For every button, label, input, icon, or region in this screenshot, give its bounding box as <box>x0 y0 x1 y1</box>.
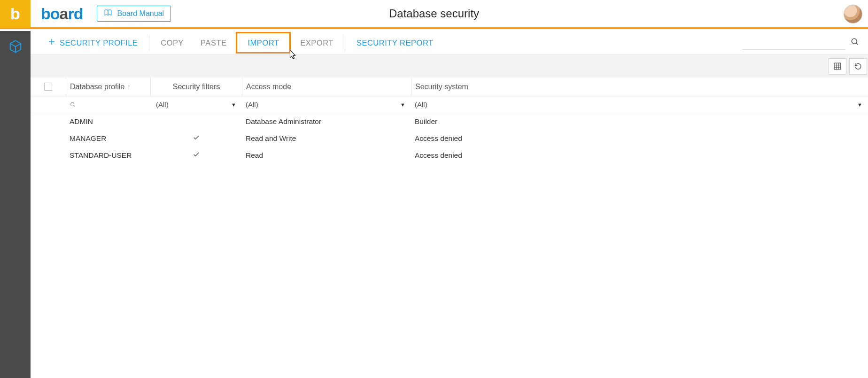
row-profile: STANDARD-USER <box>66 151 150 160</box>
toolbar-search <box>742 36 868 50</box>
column-header-filters[interactable]: Security filters <box>150 77 242 96</box>
select-all-checkbox[interactable] <box>44 83 52 91</box>
security-profile-label: SECURITY PROFILE <box>60 39 138 47</box>
plus-icon <box>47 38 56 48</box>
brand-square[interactable]: b <box>0 0 31 28</box>
left-rail <box>0 31 31 378</box>
filter-access-mode[interactable]: (All) ▼ <box>242 100 411 108</box>
columns-button[interactable] <box>829 58 846 75</box>
column-header-profile-label: Database profile <box>70 83 125 91</box>
security-report-button[interactable]: SECURITY REPORT <box>348 31 442 54</box>
chevron-down-icon: ▼ <box>400 102 405 108</box>
table-row[interactable]: MANAGER Read and Write Access denied <box>31 130 868 147</box>
import-button[interactable]: IMPORT <box>236 32 291 54</box>
security-report-label: SECURITY REPORT <box>356 39 434 47</box>
row-system: Builder <box>411 117 868 126</box>
export-button[interactable]: EXPORT <box>292 31 342 54</box>
copy-button[interactable]: COPY <box>152 31 192 54</box>
paste-label: PASTE <box>201 39 226 47</box>
check-icon <box>193 151 200 160</box>
svg-rect-1 <box>834 63 841 69</box>
search-input[interactable] <box>742 36 845 50</box>
row-profile: ADMIN <box>66 117 150 126</box>
table-filter-row: (All) ▼ (All) ▼ (All) ▼ <box>31 96 868 113</box>
filter-security-system[interactable]: (All) ▼ <box>411 100 868 108</box>
search-icon[interactable] <box>845 37 860 48</box>
brand-text-a: a <box>60 5 68 23</box>
column-header-access[interactable]: Access mode <box>242 77 411 96</box>
svg-point-0 <box>852 39 857 44</box>
cube-icon[interactable] <box>8 39 23 55</box>
check-icon <box>193 134 200 143</box>
action-toolbar: SECURITY PROFILE COPY PASTE IMPORT EXPOR… <box>31 31 868 55</box>
board-manual-label: Board Manual <box>117 9 164 18</box>
column-header-filters-label: Security filters <box>173 83 220 91</box>
page-title: Database security <box>389 7 479 20</box>
export-label: EXPORT <box>300 39 333 47</box>
row-system: Access denied <box>411 134 868 143</box>
user-avatar[interactable] <box>844 5 862 23</box>
filter-security-filters[interactable]: (All) ▼ <box>150 100 242 108</box>
table-row[interactable]: ADMIN Database Administrator Builder <box>31 113 868 130</box>
chevron-down-icon: ▼ <box>231 102 236 108</box>
reset-button[interactable] <box>849 58 867 75</box>
column-header-system[interactable]: Security system <box>411 77 868 96</box>
brand-text-1: bo <box>41 5 60 23</box>
column-header-system-label: Security system <box>415 83 468 91</box>
table-row[interactable]: STANDARD-USER Read Access denied <box>31 147 868 164</box>
column-header-access-label: Access mode <box>246 83 291 91</box>
filter-filters-value: (All) <box>156 100 169 108</box>
table-body: ADMIN Database Administrator Builder MAN… <box>31 113 868 164</box>
book-icon <box>104 8 112 19</box>
row-access: Read and Write <box>242 134 411 143</box>
brand-logo[interactable]: board <box>41 5 83 23</box>
options-strip <box>31 55 868 77</box>
filter-profile-search[interactable] <box>66 101 150 108</box>
row-profile: MANAGER <box>66 134 150 143</box>
toolbar-separator <box>149 35 149 51</box>
toolbar-separator <box>345 35 345 51</box>
row-access: Read <box>242 151 411 160</box>
filter-system-value: (All) <box>415 100 427 108</box>
row-access: Database Administrator <box>242 117 411 126</box>
chevron-down-icon: ▼ <box>857 102 862 108</box>
sort-ascending-icon: ↑ <box>128 84 131 90</box>
filter-access-value: (All) <box>246 100 258 108</box>
row-filters <box>150 151 242 160</box>
app-header: b board Board Manual Database security <box>0 0 868 29</box>
security-profile-button[interactable]: SECURITY PROFILE <box>39 31 146 54</box>
row-filters <box>150 134 242 143</box>
brand-text-2: rd <box>68 5 83 23</box>
copy-label: COPY <box>161 39 184 47</box>
row-system: Access denied <box>411 151 868 160</box>
brand-glyph: b <box>10 5 20 23</box>
paste-button[interactable]: PASTE <box>192 31 235 54</box>
import-label: IMPORT <box>248 39 279 47</box>
table-header: Database profile ↑ Security filters Acce… <box>31 77 868 96</box>
svg-point-2 <box>71 102 74 106</box>
board-manual-button[interactable]: Board Manual <box>97 6 171 22</box>
select-all-column <box>31 83 66 91</box>
column-header-profile[interactable]: Database profile ↑ <box>66 77 150 96</box>
